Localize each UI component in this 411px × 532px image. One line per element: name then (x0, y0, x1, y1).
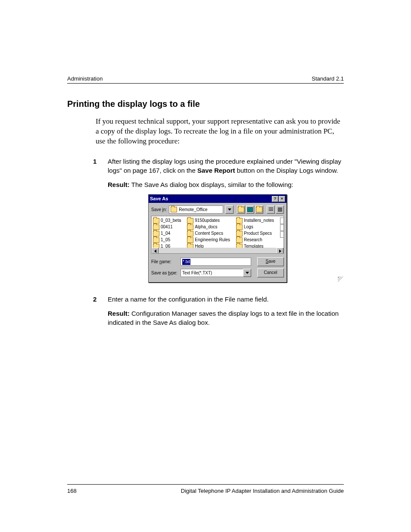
list-item[interactable]: 1_04 (153, 230, 181, 236)
list-item[interactable]: Research (236, 237, 274, 243)
close-icon[interactable]: × (279, 196, 285, 202)
step-1-result: Result: The Save As dialog box displays,… (108, 180, 344, 189)
folder-icon (187, 218, 193, 224)
file-list[interactable]: 0_03_beta 00411 1_04 1_05 1_06 91bc 9150… (151, 216, 284, 254)
save-in-value: Remote_Office (179, 207, 208, 213)
file-icon (280, 224, 284, 231)
chevron-down-icon (228, 208, 231, 211)
folder-icon (187, 224, 193, 230)
running-header: Administration Standard 2.1 (67, 75, 344, 84)
chevron-down-icon (246, 272, 249, 274)
step-number: 1 (93, 157, 108, 292)
resize-grip-icon[interactable] (338, 277, 343, 282)
arrow-right-icon (279, 249, 281, 253)
folder-icon (153, 218, 159, 224)
folder-icon (236, 231, 243, 236)
up-one-level-button[interactable] (237, 205, 245, 214)
footer-rule (67, 484, 344, 485)
help-icon[interactable]: ? (272, 196, 278, 202)
list-item[interactable]: Product Specs (236, 230, 274, 236)
step-2-result: Result: Configuration Manager saves the … (108, 309, 344, 327)
list-item[interactable]: Alpha_docs (187, 224, 230, 230)
folder-icon (236, 237, 243, 243)
file-icon (280, 218, 284, 224)
folder-up-icon (238, 207, 244, 212)
save-as-dialog: Save As ? × Save in: Remote_Office (148, 194, 287, 283)
save-button[interactable]: Save (257, 257, 284, 266)
scroll-right-button[interactable] (277, 248, 283, 254)
new-folder-icon (256, 207, 262, 212)
intro-paragraph: If you request technical support, your s… (96, 117, 344, 146)
save-in-dropdown-button[interactable] (225, 205, 234, 214)
list-item[interactable]: Installers_notes (236, 218, 274, 224)
step-2: 2 Enter a name for the configuration in … (93, 295, 344, 332)
page-footer: 168 Digital Telephone IP Adapter Install… (67, 488, 344, 494)
step-number: 2 (93, 295, 108, 332)
new-folder-button[interactable] (255, 205, 263, 214)
list-icon (269, 208, 273, 212)
folder-icon (236, 224, 243, 230)
list-item[interactable]: 00411 (153, 224, 181, 230)
save-in-select[interactable]: Remote_Office (169, 205, 223, 214)
save-in-label: Save in: (151, 207, 167, 213)
folder-icon (236, 218, 243, 224)
dialog-title: Save As (150, 196, 168, 202)
list-item[interactable]: Logs (236, 224, 274, 230)
saveastype-dropdown-button[interactable] (243, 269, 251, 277)
folder-icon (153, 224, 159, 230)
page-number: 168 (67, 488, 77, 494)
folder-icon (153, 237, 159, 243)
folder-icon (153, 231, 159, 236)
list-item[interactable]: 9150updates (187, 218, 230, 224)
list-view-button[interactable] (267, 205, 275, 214)
scroll-left-button[interactable] (152, 248, 159, 254)
list-item[interactable]: 1_05 (153, 237, 181, 243)
saveastype-label: Save as type: (151, 270, 178, 276)
list-item[interactable]: Content Specs (187, 230, 230, 236)
section-title: Printing the display logs to a file (67, 99, 344, 109)
footer-title: Digital Telephone IP Adapter Installatio… (181, 488, 344, 494)
desktop-button[interactable] (246, 205, 254, 214)
folder-icon (171, 207, 177, 212)
step-1-text: After listing the display logs using the… (108, 157, 344, 175)
folder-icon (187, 231, 193, 236)
step-2-text: Enter a name for the configuration in th… (108, 295, 344, 304)
saveastype-select[interactable]: Text File(*.TXT) (181, 269, 243, 277)
dialog-titlebar[interactable]: Save As ? × (149, 195, 286, 203)
details-view-button[interactable] (276, 205, 284, 214)
cancel-button[interactable]: Cancel (257, 268, 284, 277)
header-right: Standard 2.1 (312, 75, 344, 82)
list-item[interactable] (280, 231, 284, 238)
folder-icon (187, 237, 193, 243)
list-item[interactable]: Engineering Rules (187, 237, 230, 243)
desktop-icon (247, 207, 253, 212)
step-1: 1 After listing the display logs using t… (93, 157, 344, 292)
header-left: Administration (67, 75, 103, 82)
filename-label: File name: (151, 259, 178, 265)
file-icon (280, 231, 284, 238)
list-item[interactable]: 0_03_beta (153, 218, 181, 224)
list-item[interactable] (280, 218, 284, 224)
filename-input[interactable]: *.txt (181, 258, 251, 266)
details-icon (278, 208, 282, 212)
horizontal-scrollbar[interactable] (152, 248, 283, 253)
list-item[interactable] (280, 224, 284, 231)
arrow-left-icon (154, 249, 156, 253)
